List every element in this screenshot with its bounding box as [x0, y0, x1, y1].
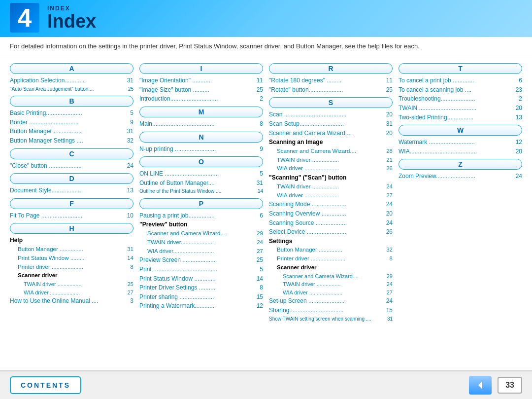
list-item: TWAIN driver.....................24 — [139, 238, 263, 247]
list-item: Button Manager ...............32 — [269, 246, 393, 254]
list-item: Scanning Source ...................24 — [269, 218, 393, 228]
list-item: Scanner and Camera Wizard....29 — [139, 229, 263, 238]
list-item: To cancel a print job .............6 — [399, 76, 522, 85]
list-item: TWAIN driver ................25 — [10, 280, 133, 289]
letter-c: C — [10, 148, 133, 159]
page-header: 4 INDEX Index — [0, 0, 532, 37]
list-item: "Rotate" button.....................25 — [269, 85, 393, 95]
prev-page-button[interactable] — [469, 376, 492, 395]
list-item: Introduction............................… — [139, 94, 263, 104]
list-item: Help — [10, 236, 133, 245]
list-item: Basic Printing......................5 — [10, 109, 133, 118]
letter-t: T — [399, 63, 522, 74]
chapter-title: Index — [47, 12, 96, 31]
list-item: Select Device ........................26 — [269, 227, 393, 237]
list-item: Printer driver ......................8 — [269, 254, 393, 263]
list-item: Troubleshooting.....................2 — [399, 94, 522, 104]
letter-z: Z — [399, 159, 522, 170]
letter-p: P — [139, 198, 263, 209]
page-number: 33 — [498, 377, 522, 394]
list-item: TWAIN driver .................24 — [269, 182, 393, 191]
list-item: Zoom Preview........................24 — [399, 172, 522, 181]
letter-f: F — [10, 198, 133, 209]
list-item: Pausing a print job................6 — [139, 211, 263, 220]
header-text: INDEX Index — [47, 5, 96, 31]
back-arrow-icon — [474, 379, 486, 391]
list-item: Scanner driver — [269, 263, 393, 272]
list-item: Scanner driver — [10, 271, 133, 280]
letter-b: B — [10, 96, 133, 107]
letter-m: M — [139, 107, 263, 117]
list-item: "Image Size" button ..........25 — [139, 85, 263, 95]
list-item: Border ..............................9 — [10, 118, 133, 127]
list-item: Scanning Mode .....................24 — [269, 200, 393, 209]
list-item: Scanning Overview ...............20 — [269, 209, 393, 218]
page-description: For detailed information on the settings… — [0, 37, 532, 56]
list-item: Sharing.................................… — [269, 306, 393, 315]
list-item: Print Status Window .............14 — [139, 274, 263, 284]
index-column-3: R "Rotate 180 degrees" .........11 "Rota… — [269, 60, 393, 323]
list-item: Fit To Page .........................10 — [10, 211, 133, 220]
list-item: To cancel a scanning job ....23 — [399, 85, 522, 95]
list-item: WIA driver ......................27 — [269, 289, 393, 297]
list-item: "Rotate 180 degrees" .........11 — [269, 76, 393, 85]
list-item: Outline of the Print Status Window ....1… — [139, 187, 263, 195]
list-item: Button Manager Settings ....32 — [10, 136, 133, 145]
list-item: Print ..................................… — [139, 265, 263, 274]
letter-w: W — [399, 125, 522, 136]
list-item: Printer driver ....................8 — [10, 263, 133, 272]
list-item: WIA driver.....................27 — [10, 289, 133, 297]
letter-n: N — [139, 132, 263, 143]
list-item: "Image Orientation" ...........11 — [139, 76, 263, 85]
list-item: Show TWAIN setting screen when scanning … — [269, 315, 393, 323]
letter-i: I — [139, 63, 263, 74]
list-item: How to Use the Online Manual ....3 — [10, 296, 133, 306]
letter-h: H — [10, 223, 133, 234]
list-item: Outline of Button Manager....31 — [139, 179, 263, 188]
list-item: Scan ...................................… — [269, 110, 393, 119]
list-item: TWAIN driver ................24 — [269, 280, 393, 289]
list-item: Scanner and Camera Wizard....29 — [269, 272, 393, 281]
list-item: "Preview" button — [139, 220, 263, 229]
list-item: WIA driver..........................27 — [139, 247, 263, 256]
list-item: Scanning an Image — [269, 138, 393, 147]
list-item: Button Manager .................31 — [10, 127, 133, 136]
index-content: A Application Selection............31 "A… — [0, 60, 532, 323]
index-column-4: T To cancel a print job .............6 T… — [399, 60, 522, 323]
list-item: WIA.....................................… — [399, 147, 522, 156]
index-column-2: I "Image Orientation" ...........11 "Ima… — [139, 60, 263, 323]
letter-d: D — [10, 173, 133, 184]
list-item: Scan Setup...........................31 — [269, 119, 393, 129]
footer-right: 33 — [469, 376, 522, 395]
list-item: Watermark ............................12 — [399, 138, 522, 147]
list-item: Scanner and Camera Wizard....20 — [269, 129, 393, 138]
list-item: Set-up Screen ......................24 — [269, 296, 393, 306]
list-item: TWAIN ..................................… — [399, 104, 522, 113]
contents-button[interactable]: CONTENTS — [10, 376, 81, 394]
chapter-number: 4 — [10, 3, 39, 33]
list-item: Application Selection............31 — [10, 76, 133, 85]
list-item: Printer sharing .....................15 — [139, 292, 263, 302]
list-item: ON LINE ................................… — [139, 169, 263, 179]
letter-r: R — [269, 63, 393, 74]
page-footer: CONTENTS 33 — [0, 370, 532, 399]
letter-s: S — [269, 97, 393, 108]
list-item: Two-sided Printing................13 — [399, 113, 522, 122]
list-item: N-up printing .........................9 — [139, 145, 263, 154]
letter-o: O — [139, 156, 263, 167]
list-item: TWAIN driver .................21 — [269, 156, 393, 165]
list-item: Printer Driver Settings ..........8 — [139, 283, 263, 292]
list-item: Print Status Window .........14 — [10, 254, 133, 263]
svg-marker-0 — [478, 381, 482, 389]
list-item: "Scanning" ("Scan") button — [269, 173, 393, 182]
list-item: WIA driver ......................27 — [269, 191, 393, 200]
list-item: Main....................................… — [139, 119, 263, 129]
list-item: "Close" button ....................24 — [10, 161, 133, 171]
list-item: Printing a Watermark............12 — [139, 301, 263, 311]
index-column-1: A Application Selection............31 "A… — [10, 60, 133, 323]
letter-a: A — [10, 63, 133, 74]
list-item: Button Manager ...............31 — [10, 245, 133, 254]
list-item: Settings — [269, 237, 393, 246]
list-item: WIA driver ......................26 — [269, 164, 393, 173]
list-item: Document Style...................13 — [10, 186, 133, 195]
